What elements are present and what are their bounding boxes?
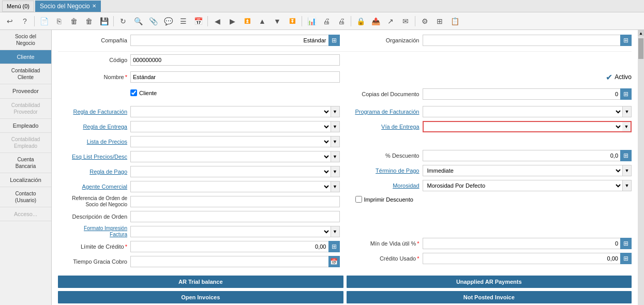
search-button[interactable]: 🔍 — [131, 14, 145, 28]
regla-facturacion-select[interactable] — [130, 106, 331, 117]
sidebar-item-empleado[interactable]: Empleado — [0, 119, 51, 133]
min-vida-util-spin-btn[interactable]: ⊞ — [620, 238, 632, 249]
via-entrega-select[interactable] — [423, 121, 623, 132]
regla-pago-select[interactable] — [130, 166, 331, 177]
prog-facturacion-label[interactable]: Programa de Facturación — [350, 109, 423, 115]
copia-doc-spin-btn[interactable]: ⊞ — [620, 88, 632, 100]
print-button[interactable]: 🖨 — [320, 14, 333, 28]
regla-pago-label[interactable]: Regla de Pago — [58, 169, 130, 175]
delete1-button[interactable]: 🗑 — [67, 14, 81, 28]
desc-orden-input[interactable] — [130, 211, 340, 222]
sidebar-item-contabilidad-cliente[interactable]: ContabilidadCliente — [0, 64, 51, 84]
sidebar-item-proveedor[interactable]: Proveedor — [0, 84, 51, 98]
prevr-button[interactable]: ▲ — [256, 14, 269, 28]
lim-credito-spin-btn[interactable]: ⊞ — [328, 241, 340, 252]
settings-button[interactable]: ⚙ — [418, 14, 431, 28]
formato-impresion-arrow[interactable]: ▼ — [331, 226, 340, 237]
copy-button[interactable]: ⎘ — [52, 14, 66, 28]
first-button[interactable]: ⏫ — [241, 14, 254, 28]
delete2-button[interactable]: 🗑 — [82, 14, 96, 28]
credito-usado-spin-btn[interactable]: ⊞ — [620, 253, 632, 264]
open-invoices-button[interactable]: Open Invoices — [58, 291, 343, 303]
scroll-thumb[interactable] — [638, 38, 643, 59]
regla-entrega-arrow[interactable]: ▼ — [331, 121, 340, 132]
agente-comercial-label[interactable]: Agente Comercial — [58, 184, 130, 190]
close-tab-icon[interactable]: ✕ — [92, 3, 96, 9]
cliente-checkbox-label[interactable]: Cliente — [139, 90, 157, 96]
sidebar-item-socio-negocio[interactable]: Socio delNegocio — [0, 30, 51, 50]
morosidad-label[interactable]: Morosidad — [350, 182, 423, 189]
nombre-input[interactable] — [130, 71, 340, 83]
nextr-button[interactable]: ▼ — [271, 14, 284, 28]
lock-button[interactable]: 🔒 — [354, 14, 367, 28]
termino-pago-arrow[interactable]: ▼ — [622, 165, 632, 176]
route-button[interactable]: ↗ — [384, 14, 397, 28]
pct-descuento-input[interactable] — [423, 150, 621, 161]
credito-usado-input[interactable] — [423, 253, 621, 264]
tiempo-gracia-input[interactable] — [130, 256, 328, 267]
send-button[interactable]: ✉ — [399, 14, 412, 28]
printprev-button[interactable]: 🖨 — [335, 14, 348, 28]
organizacion-input[interactable] — [423, 35, 621, 46]
codigo-input[interactable] — [130, 54, 340, 66]
vertical-scrollbar[interactable]: ▲ — [638, 30, 644, 305]
regla-facturacion-arrow[interactable]: ▼ — [331, 106, 340, 117]
copia-doc-input[interactable] — [423, 88, 621, 100]
prog-facturacion-select[interactable] — [423, 106, 623, 117]
tiempo-gracia-spin-btn[interactable]: 📅 — [328, 256, 340, 267]
not-posted-invoice-button[interactable]: Not Posted Invoice — [347, 291, 632, 303]
imprimir-descuento-label[interactable]: Imprimir Descuento — [364, 196, 413, 203]
esq-list-arrow[interactable]: ▼ — [331, 151, 340, 162]
lista-precios-arrow[interactable]: ▼ — [331, 136, 340, 147]
esq-list-label[interactable]: Esq List Precios/Desc — [58, 154, 130, 160]
min-vida-util-input[interactable] — [423, 238, 621, 249]
morosidad-arrow[interactable]: ▼ — [622, 180, 632, 191]
compania-input[interactable] — [130, 35, 328, 46]
new-button[interactable]: 📄 — [37, 14, 51, 28]
compania-lookup-btn[interactable]: ⊞ — [328, 35, 340, 46]
termino-pago-select[interactable]: Immediate — [423, 165, 623, 176]
sidebar-item-cuenta-bancaria[interactable]: CuentaBancaria — [0, 153, 51, 173]
cliente-checkbox[interactable] — [130, 89, 137, 96]
regla-entrega-label[interactable]: Regla de Entrega — [58, 124, 130, 130]
morosidad-select[interactable]: Morosidad Por Defecto — [423, 180, 623, 191]
sidebar-item-acceso[interactable]: Acceso... — [0, 207, 51, 221]
ar-trial-balance-button[interactable]: AR Trial balance — [58, 276, 343, 288]
help-button[interactable]: ? — [18, 14, 32, 28]
pct-descuento-spin-btn[interactable]: ⊞ — [620, 150, 632, 161]
sidebar-item-cliente[interactable]: Cliente — [0, 50, 51, 64]
attach-button[interactable]: 📎 — [146, 14, 160, 28]
chat-button[interactable]: 💬 — [161, 14, 175, 28]
regla-entrega-select[interactable] — [130, 121, 331, 132]
formato-impresion-label[interactable]: Formato ImpresiónFactura — [58, 225, 130, 238]
next-button[interactable]: ▶ — [226, 14, 239, 28]
lista-precios-select[interactable] — [130, 136, 331, 147]
prog-facturacion-arrow[interactable]: ▼ — [622, 106, 632, 117]
formato-impresion-select[interactable] — [130, 226, 331, 237]
menu-tab-socio[interactable]: Socio del Negocio ✕ — [35, 1, 101, 12]
imprimir-descuento-checkbox[interactable] — [355, 196, 362, 203]
agente-comercial-arrow[interactable]: ▼ — [331, 181, 340, 192]
calendar-button[interactable]: 📅 — [191, 14, 205, 28]
lista-precios-label[interactable]: Lista de Precios — [58, 139, 130, 145]
ref-orden-input[interactable] — [130, 196, 340, 207]
esq-list-select[interactable] — [130, 151, 331, 162]
refresh-button[interactable]: ↻ — [116, 14, 130, 28]
via-entrega-arrow[interactable]: ▼ — [622, 121, 632, 132]
last-button[interactable]: ⏬ — [286, 14, 299, 28]
unapplied-ar-button[interactable]: Unapplied AR Payments — [347, 276, 632, 288]
prev-button[interactable]: ◀ — [211, 14, 224, 28]
regla-facturacion-label[interactable]: Regla de Facturación — [58, 109, 130, 115]
regla-pago-arrow[interactable]: ▼ — [331, 166, 340, 177]
sidebar-item-contacto[interactable]: Contacto(Usuario) — [0, 187, 51, 207]
sidebar-item-localizacion[interactable]: Localización — [0, 173, 51, 187]
grid-button[interactable]: ⊞ — [433, 14, 446, 28]
scroll-up-arrow[interactable]: ▲ — [638, 30, 644, 36]
export-button[interactable]: 📤 — [369, 14, 382, 28]
lim-credito-input[interactable] — [130, 241, 328, 252]
agente-comercial-select[interactable] — [130, 181, 331, 192]
via-entrega-label[interactable]: Vía de Entrega — [350, 124, 423, 130]
history-button[interactable]: ☰ — [176, 14, 190, 28]
undo-button[interactable]: ↩ — [3, 14, 17, 28]
organizacion-lookup-btn[interactable]: ⊞ — [620, 35, 632, 46]
